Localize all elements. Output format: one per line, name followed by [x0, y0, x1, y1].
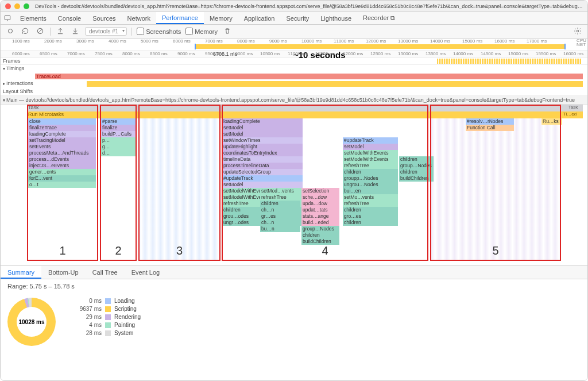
overview-selection[interactable] [196, 44, 564, 49]
perf-toolbar: devtools #1 Screenshots Memory [1, 25, 587, 39]
timings-label[interactable]: Timings [3, 66, 24, 71]
donut-total: 10028 ms [17, 307, 47, 337]
profile-selector[interactable]: devtools #1 [85, 27, 127, 36]
screenshots-checkbox[interactable]: Screenshots [137, 28, 181, 35]
download-button[interactable] [70, 26, 80, 37]
flame-chart[interactable]: Task Task Run Microtasks Ti…ed closefina… [1, 105, 587, 265]
overview-ruler: 1000 ms2000 ms3000 ms4000 ms5000 ms6000 … [1, 39, 587, 44]
region-3: 3 [138, 105, 220, 261]
frames-label: Frames [3, 58, 21, 64]
svg-point-1 [9, 29, 13, 33]
clear-button[interactable] [35, 26, 45, 37]
timings-row[interactable]: Timings [1, 65, 587, 73]
summary-tab-call-tree[interactable]: Call Tree [86, 266, 125, 279]
overview-lane-labels: CPUNET [577, 39, 586, 47]
upload-button[interactable] [55, 26, 65, 37]
timeline-ruler[interactable]: 6708.1 ms ~10 seconds 6000 ms6500 ms7000… [1, 51, 587, 58]
layout-shifts-row[interactable]: Layout Shifts [1, 88, 587, 96]
reload-record-button[interactable] [20, 26, 30, 37]
summary-legend: 0 msLoading9637 msScripting29 msRenderin… [73, 298, 141, 346]
maximize-window-icon[interactable] [24, 3, 29, 9]
frames-bars [437, 59, 582, 64]
tab-network[interactable]: Network [122, 12, 156, 24]
layout-shifts-label[interactable]: Layout Shifts [3, 88, 33, 94]
legend-swatch [105, 322, 111, 328]
svg-point-3 [577, 30, 579, 32]
minimize-window-icon[interactable] [14, 3, 20, 9]
summary-donut: 10028 ms [7, 298, 56, 346]
task-bar-right[interactable]: Task [563, 105, 583, 111]
record-button[interactable] [5, 26, 16, 37]
summary-tab-summary[interactable]: Summary [1, 266, 41, 279]
summary-panel: 10028 ms 0 msLoading9637 msScripting29 m… [1, 293, 587, 351]
range-text: Range: 5.75 s – 15.78 s [1, 279, 587, 293]
region-5: 5 [430, 105, 561, 261]
trace-load-bar[interactable]: TraceLoad [35, 74, 583, 79]
tab-lighthouse[interactable]: Lighthouse [315, 12, 357, 24]
legend-row: 0 msLoading [73, 298, 141, 304]
trace-load-row: TraceLoad [1, 73, 587, 80]
legend-swatch [105, 298, 111, 304]
legend-swatch [105, 314, 111, 320]
tab-console[interactable]: Console [52, 12, 87, 24]
tab-recorder-[interactable]: Recorder ⧉ [357, 12, 401, 24]
separator [50, 28, 51, 36]
tab-elements[interactable]: Elements [14, 12, 52, 24]
legend-row: 29 msRendering [73, 314, 141, 320]
region-4: 4 [222, 105, 428, 261]
frames-row: Frames [1, 58, 587, 65]
summary-tab-bar: SummaryBottom-UpCall TreeEvent Log [1, 265, 587, 279]
tab-sources[interactable]: Sources [87, 12, 121, 24]
interactions-bar[interactable] [87, 81, 583, 87]
close-window-icon[interactable] [5, 3, 11, 9]
summary-tab-event-log[interactable]: Event Log [125, 266, 167, 279]
window-title: DevTools - devtools://devtools/bundled/d… [35, 3, 583, 9]
summary-tab-bottom-up[interactable]: Bottom-Up [41, 266, 86, 279]
legend-swatch [105, 306, 111, 312]
window-titlebar: DevTools - devtools://devtools/bundled/d… [1, 1, 587, 12]
settings-icon[interactable] [572, 26, 583, 37]
microtask-right[interactable]: Ti…ed [563, 111, 583, 118]
region-2: 2 [100, 105, 137, 261]
separator [131, 28, 132, 36]
tab-memory[interactable]: Memory [204, 12, 238, 24]
interactions-row[interactable]: Interactions [1, 80, 587, 88]
legend-row: 4 msPainting [73, 322, 141, 328]
overview-strip[interactable]: 1000 ms2000 ms3000 ms4000 ms5000 ms6000 … [1, 39, 587, 51]
tab-performance[interactable]: Performance [156, 12, 204, 24]
delete-button[interactable] [222, 26, 233, 37]
legend-swatch [105, 330, 111, 336]
devtools-tab-bar: ElementsConsoleSourcesNetworkPerformance… [1, 12, 587, 25]
region-1: 1 [27, 105, 98, 261]
interactions-label[interactable]: Interactions [3, 80, 33, 86]
inspect-icon[interactable] [1, 12, 14, 24]
legend-row: 9637 msScripting [73, 306, 141, 312]
svg-rect-0 [5, 16, 10, 20]
tab-application[interactable]: Application [238, 12, 281, 24]
window-controls[interactable] [5, 3, 29, 9]
tab-security[interactable]: Security [280, 12, 315, 24]
main-thread-header[interactable]: Main — devtools://devtools/bundled/devto… [1, 96, 587, 105]
legend-row: 28 msSystem [73, 330, 141, 336]
memory-checkbox[interactable]: Memory [185, 28, 218, 35]
